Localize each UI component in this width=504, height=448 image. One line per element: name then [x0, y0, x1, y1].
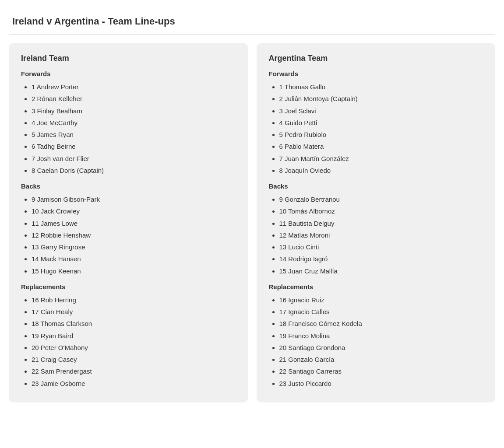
- list-item: 7 Josh van der Flier: [32, 154, 236, 164]
- argentina-replacements-list: 16 Ignacio Ruiz17 Ignacio Calles18 Franc…: [269, 295, 483, 388]
- ireland-forwards-list: 1 Andrew Porter2 Rónan Kelleher3 Finlay …: [21, 82, 236, 175]
- list-item: 18 Thomas Clarkson: [32, 318, 236, 329]
- teams-container: Ireland Team Forwards 1 Andrew Porter2 R…: [9, 43, 495, 402]
- list-item: 10 Jack Crowley: [32, 206, 236, 216]
- list-item: 9 Gonzalo Bertranou: [279, 194, 483, 204]
- list-item: 5 Pedro Rubiolo: [279, 130, 483, 140]
- argentina-backs-list: 9 Gonzalo Bertranou10 Tomás Albornoz11 B…: [269, 194, 483, 276]
- list-item: 4 Guido Petti: [279, 118, 483, 128]
- list-item: 14 Rodrigo Isgró: [279, 254, 483, 264]
- list-item: 14 Mack Hansen: [32, 254, 236, 264]
- list-item: 12 Matías Moroni: [279, 230, 483, 240]
- list-item: 22 Sam Prendergast: [32, 366, 236, 376]
- list-item: 23 Jamie Osborne: [32, 378, 236, 388]
- ireland-replacements-list: 16 Rob Herring17 Cian Healy18 Thomas Cla…: [21, 295, 236, 388]
- list-item: 22 Santiago Carreras: [279, 366, 483, 376]
- list-item: 19 Franco Molina: [279, 331, 483, 341]
- ireland-team-card: Ireland Team Forwards 1 Andrew Porter2 R…: [9, 43, 248, 402]
- list-item: 13 Lucio Cinti: [279, 242, 483, 252]
- argentina-team-card: Argentina Team Forwards 1 Thomas Gallo2 …: [257, 43, 496, 402]
- ireland-replacements-heading: Replacements: [21, 283, 236, 290]
- list-item: 13 Garry Ringrose: [32, 242, 236, 252]
- argentina-team-title: Argentina Team: [269, 54, 483, 63]
- list-item: 21 Gonzalo García: [279, 354, 483, 364]
- argentina-forwards-heading: Forwards: [269, 70, 483, 77]
- list-item: 8 Joaquín Oviedo: [279, 165, 483, 175]
- argentina-forwards-list: 1 Thomas Gallo2 Julián Montoya (Captain)…: [269, 82, 483, 175]
- list-item: 20 Santiago Grondona: [279, 343, 483, 353]
- list-item: 23 Justo Piccardo: [279, 378, 483, 388]
- list-item: 1 Andrew Porter: [32, 82, 236, 92]
- list-item: 17 Cian Healy: [32, 307, 236, 317]
- list-item: 19 Ryan Baird: [32, 331, 236, 341]
- list-item: 5 James Ryan: [32, 130, 236, 140]
- list-item: 16 Rob Herring: [32, 295, 236, 305]
- list-item: 8 Caelan Doris (Captain): [32, 165, 236, 175]
- list-item: 9 Jamison Gibson-Park: [32, 194, 236, 204]
- list-item: 11 Bautista Delguy: [279, 218, 483, 228]
- list-item: 1 Thomas Gallo: [279, 82, 483, 92]
- list-item: 15 Juan Cruz Mallía: [279, 266, 483, 276]
- ireland-backs-heading: Backs: [21, 182, 236, 190]
- page-title: Ireland v Argentina - Team Line-ups: [9, 9, 495, 35]
- list-item: 6 Pablo Matera: [279, 141, 483, 151]
- list-item: 17 Ignacio Calles: [279, 307, 483, 317]
- ireland-forwards-heading: Forwards: [21, 70, 236, 77]
- ireland-team-title: Ireland Team: [21, 54, 236, 63]
- list-item: 4 Joe McCarthy: [32, 118, 236, 128]
- argentina-backs-heading: Backs: [269, 182, 483, 190]
- list-item: 16 Ignacio Ruiz: [279, 295, 483, 305]
- list-item: 21 Craig Casey: [32, 354, 236, 364]
- ireland-backs-list: 9 Jamison Gibson-Park10 Jack Crowley11 J…: [21, 194, 236, 276]
- list-item: 2 Julián Montoya (Captain): [279, 94, 483, 104]
- list-item: 3 Finlay Bealham: [32, 106, 236, 116]
- list-item: 10 Tomás Albornoz: [279, 206, 483, 216]
- list-item: 6 Tadhg Beirne: [32, 141, 236, 151]
- list-item: 20 Peter O'Mahony: [32, 343, 236, 353]
- list-item: 2 Rónan Kelleher: [32, 94, 236, 104]
- list-item: 11 James Lowe: [32, 218, 236, 228]
- list-item: 3 Joel Sclavi: [279, 106, 483, 116]
- list-item: 7 Juan Martín González: [279, 154, 483, 164]
- list-item: 18 Francisco Gómez Kodela: [279, 318, 483, 329]
- list-item: 12 Robbie Henshaw: [32, 230, 236, 240]
- argentina-replacements-heading: Replacements: [269, 283, 483, 290]
- list-item: 15 Hugo Keenan: [32, 266, 236, 276]
